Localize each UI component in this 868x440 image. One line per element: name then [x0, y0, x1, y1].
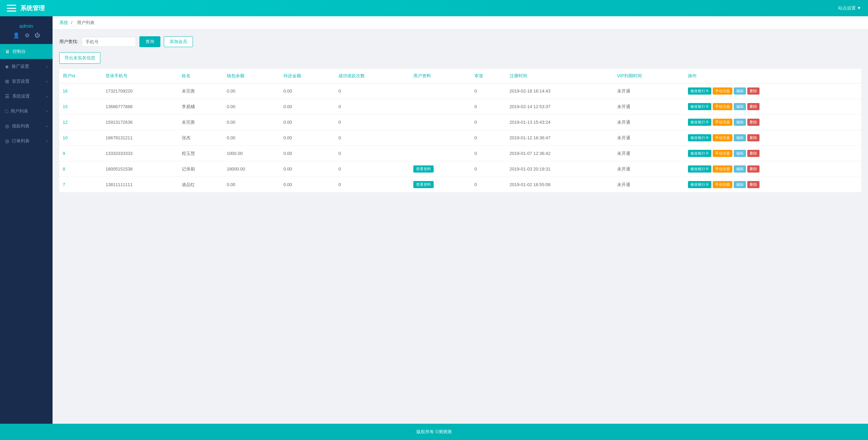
edit-bank-button[interactable]: 修改银行卡	[688, 134, 711, 141]
cell-channel: 0	[471, 161, 506, 177]
delete-button[interactable]: 删除	[747, 134, 760, 141]
cell-wallet: 0.00	[223, 83, 280, 99]
sidebar-item-dashboard[interactable]: 🖥 控制台	[0, 44, 53, 59]
cell-vip-expire: 未开通	[614, 177, 685, 193]
col-channel: 审道	[471, 69, 506, 83]
edit-bank-button[interactable]: 修改银行卡	[688, 87, 711, 95]
search-input[interactable]	[82, 37, 136, 47]
delete-button[interactable]: 删除	[747, 181, 760, 188]
delete-button[interactable]: 删除	[747, 119, 760, 126]
loan-icon: ◎	[5, 123, 9, 129]
cell-id[interactable]: 7	[59, 177, 102, 193]
logout-icon[interactable]: ⏻	[35, 32, 40, 39]
edit-button[interactable]: 编辑	[734, 150, 746, 157]
cell-id[interactable]: 12	[59, 115, 102, 130]
sidebar-item-promotion[interactable]: ◈ 推广设置 ›	[0, 59, 53, 74]
user-profile-icon[interactable]: 👤	[13, 32, 20, 39]
manual-recharge-button[interactable]: 手动充值	[713, 134, 732, 141]
sidebar-item-user-list[interactable]: □ 用户列表 ›	[0, 104, 53, 119]
breadcrumb-current: 用户列表	[77, 20, 95, 25]
cell-id[interactable]: 10	[59, 130, 102, 146]
sidebar-item-home-settings[interactable]: ⊞ 首页设置 ›	[0, 74, 53, 89]
sidebar-nav: 🖥 控制台 ◈ 推广设置 › ⊞ 首页设置 › ☰	[0, 44, 53, 424]
cell-id[interactable]: 15	[59, 99, 102, 115]
edit-bank-button[interactable]: 修改银行卡	[688, 103, 711, 110]
manual-recharge-button[interactable]: 手动充值	[713, 87, 732, 95]
delete-button[interactable]: 删除	[747, 150, 760, 157]
add-member-button[interactable]: 添加会员	[164, 36, 193, 47]
header-left: 系统管理	[7, 4, 45, 12]
cell-wallet: 0.00	[223, 130, 280, 146]
col-wallet: 钱包余额	[223, 69, 280, 83]
cell-id[interactable]: 16	[59, 83, 102, 99]
cell-pending: 0.00	[280, 83, 335, 99]
cell-wallet: 1000.00	[223, 146, 280, 161]
col-pending: 待还金额	[280, 69, 335, 83]
menu-icon[interactable]	[7, 5, 16, 12]
chevron-right-icon-6: ›	[46, 139, 47, 143]
edit-button[interactable]: 编辑	[734, 87, 746, 95]
breadcrumb-separator: /	[71, 20, 73, 25]
cell-vip-expire: 未开通	[614, 99, 685, 115]
delete-button[interactable]: 删除	[747, 87, 760, 95]
delete-button[interactable]: 删除	[747, 103, 760, 110]
edit-bank-button[interactable]: 修改银行卡	[688, 119, 711, 126]
system-icon: ☰	[5, 94, 9, 99]
sidebar-label-loan-list: 借款列表	[12, 123, 29, 129]
cell-actions: 修改银行卡手动充值编辑删除	[685, 177, 861, 193]
cell-phone: 15913172636	[102, 115, 178, 130]
cell-wallet: 0.00	[223, 115, 280, 130]
cell-pending: 0.00	[280, 146, 335, 161]
breadcrumb: 系统 / 用户列表	[53, 16, 868, 29]
view-info-button[interactable]: 查看资料	[413, 181, 434, 188]
manual-recharge-button[interactable]: 手动充值	[713, 119, 732, 126]
cell-name: 张杰	[178, 130, 223, 146]
edit-button[interactable]: 编辑	[734, 119, 746, 126]
edit-button[interactable]: 编辑	[734, 134, 746, 141]
breadcrumb-home[interactable]: 系统	[59, 20, 68, 25]
col-loan-count: 成功借款次数	[335, 69, 410, 83]
table-row: 913333333333程玉慧1000.000.00002019-01-07 1…	[59, 146, 861, 161]
sidebar-label-order-list: 订单列表	[12, 138, 29, 144]
app-title: 系统管理	[20, 4, 45, 12]
export-button[interactable]: 导出未实名信息	[59, 52, 100, 64]
edit-button[interactable]: 编辑	[734, 165, 746, 173]
edit-bank-button[interactable]: 修改银行卡	[688, 165, 711, 173]
manual-recharge-button[interactable]: 手动充值	[713, 165, 732, 173]
user-table: 用户id 登录手机号 姓名 钱包余额 待还金额 成功借款次数 用户资料 审道 注…	[59, 69, 861, 193]
manual-recharge-button[interactable]: 手动充值	[713, 181, 732, 188]
sidebar-item-system-settings[interactable]: ☰ 系统设置 ›	[0, 89, 53, 104]
cell-actions: 修改银行卡手动充值编辑删除	[685, 130, 861, 146]
cell-channel: 0	[471, 130, 506, 146]
col-vip: VIP到期时间	[614, 69, 685, 83]
query-button[interactable]: 查询	[139, 36, 160, 47]
cell-pending: 0.00	[280, 130, 335, 146]
footer: 版权所有 ©测测测	[0, 424, 868, 440]
col-name: 姓名	[178, 69, 223, 83]
sidebar-label-dashboard: 控制台	[13, 48, 26, 55]
cell-id[interactable]: 8	[59, 161, 102, 177]
edit-button[interactable]: 编辑	[734, 181, 746, 188]
delete-button[interactable]: 删除	[747, 165, 760, 173]
settings-icon[interactable]: ⚙	[25, 32, 29, 39]
view-info-button[interactable]: 查看资料	[413, 165, 434, 173]
cell-user-info	[410, 83, 471, 99]
sidebar-item-loan-list[interactable]: ◎ 借款列表 ›	[0, 119, 53, 134]
edit-button[interactable]: 编辑	[734, 103, 746, 110]
sidebar-item-order-list[interactable]: ◎ 订单列表 ›	[0, 134, 53, 148]
cell-actions: 修改银行卡手动充值编辑删除	[685, 83, 861, 99]
cell-id[interactable]: 9	[59, 146, 102, 161]
cell-channel: 0	[471, 177, 506, 193]
sidebar: admin 👤 ⚙ ⏻ 🖥 控制台 ◈ 推广设置 ›	[0, 16, 53, 424]
cell-reg-time: 2019-01-12 16:36:47	[506, 130, 614, 146]
chevron-right-icon-3: ›	[46, 95, 47, 98]
manual-recharge-button[interactable]: 手动充值	[713, 103, 732, 110]
cell-phone: 17321709220	[102, 83, 178, 99]
col-phone: 登录手机号	[102, 69, 178, 83]
cell-phone: 18679131211	[102, 130, 178, 146]
edit-bank-button[interactable]: 修改银行卡	[688, 181, 711, 188]
edit-bank-button[interactable]: 修改银行卡	[688, 150, 711, 157]
cell-wallet: 0.00	[223, 99, 280, 115]
manual-recharge-button[interactable]: 手动充值	[713, 150, 732, 157]
site-settings[interactable]: 站点设置 ▼	[838, 5, 861, 11]
